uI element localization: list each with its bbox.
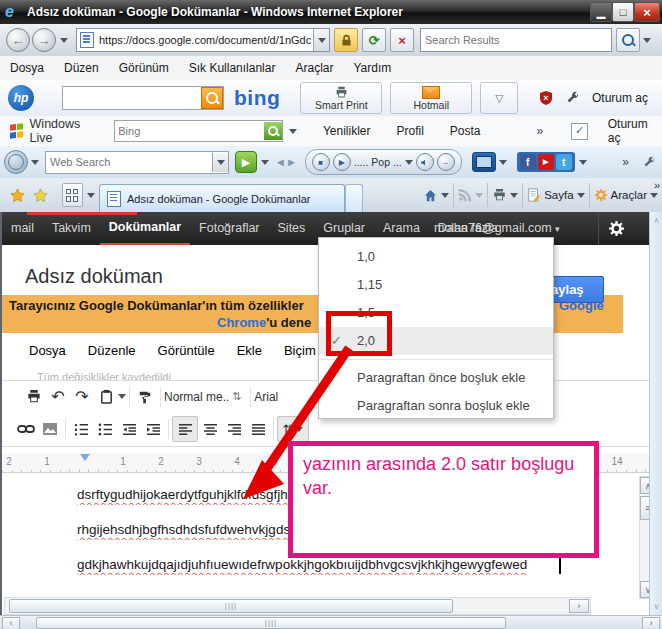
window-scroll-left-icon[interactable]: ‹ (2, 617, 20, 629)
paste-caret[interactable] (118, 394, 126, 399)
google-nav-item[interactable]: Sites (269, 213, 315, 244)
quick-tabs-icon[interactable] (62, 183, 83, 207)
live-search-caret[interactable] (289, 129, 297, 134)
align-center-icon[interactable] (198, 417, 222, 441)
tv-icon[interactable] (472, 152, 496, 172)
window-horizontal-scroll-thumb[interactable]: |||| (36, 617, 506, 629)
twitter-icon[interactable]: t (556, 154, 572, 170)
spacing-option[interactable]: 1,15 (319, 271, 553, 299)
live-overflow-chevron[interactable]: » (537, 124, 544, 138)
decrease-indent-icon[interactable] (117, 417, 141, 441)
refresh-button[interactable]: ⟳ (362, 28, 386, 52)
tab-new[interactable] (345, 184, 363, 212)
google-nav-item[interactable]: Dokümanlar (100, 212, 190, 246)
space-before-option[interactable]: Paragraftan önce boşluk ekle (319, 364, 553, 392)
social-caret[interactable] (579, 160, 587, 165)
editor-horizontal-scrollbar[interactable]: |||| › (4, 597, 591, 615)
youtube-icon[interactable]: ▶ (538, 154, 554, 170)
align-right-icon[interactable] (222, 417, 246, 441)
search-options-caret[interactable] (643, 38, 651, 43)
close-button[interactable]: × (634, 2, 660, 22)
recent-pages-caret[interactable] (60, 38, 68, 43)
smart-print-button[interactable]: Smart Print (300, 82, 382, 114)
hp-sign-in-link[interactable]: Oturum aç (592, 91, 648, 105)
favorites-star-icon[interactable] (6, 183, 29, 207)
live-link[interactable]: Profil (397, 124, 424, 138)
menu-item[interactable]: Yardım (343, 61, 401, 75)
align-left-icon[interactable] (172, 416, 198, 442)
menu-item[interactable]: Dosya (0, 61, 54, 75)
google-settings-gear-icon[interactable] (598, 212, 633, 245)
paste-icon[interactable] (94, 385, 118, 409)
menu-item[interactable]: Görünüm (109, 61, 179, 75)
media-stop-button[interactable]: ■ (312, 153, 330, 171)
search-icon[interactable] (616, 28, 640, 52)
docs-menu-item[interactable]: Dosya (18, 343, 77, 358)
hotmail-button[interactable]: Hotmail (390, 82, 472, 114)
live-search-input[interactable] (115, 124, 264, 138)
forward-button[interactable]: → (32, 28, 56, 52)
toolbar-splitter[interactable]: ◄► (275, 156, 297, 168)
google-nav-item[interactable]: Fotoğraflar (190, 213, 268, 244)
playlist-label[interactable]: ..... Pop ... (354, 156, 402, 168)
globe-caret[interactable] (31, 160, 39, 165)
address-dropdown-button[interactable] (313, 29, 329, 51)
tab-list-caret[interactable] (87, 193, 95, 198)
indent-marker-icon[interactable] (80, 454, 90, 461)
live-link[interactable]: Posta (450, 124, 481, 138)
volume-button[interactable] (416, 153, 434, 171)
security-shield-icon[interactable]: × (538, 90, 554, 106)
bing-logo[interactable]: bing (234, 86, 280, 110)
tools-menu-button[interactable]: Araçlar (594, 188, 658, 202)
search-input[interactable] (421, 33, 611, 47)
page-menu-button[interactable]: Sayfa (527, 188, 584, 202)
numbered-list-icon[interactable] (69, 417, 93, 441)
document-title[interactable]: Adsız doküman (25, 265, 163, 288)
docs-menu-item[interactable]: Ekle (226, 343, 273, 358)
stop-button[interactable]: × (390, 28, 414, 52)
hp-more-button[interactable]: ▽ (480, 82, 518, 114)
lock-icon[interactable] (334, 28, 358, 52)
spacing-option[interactable]: 1,0 (319, 243, 553, 271)
window-vertical-scrollbar[interactable]: ∧ ∨ (649, 212, 662, 615)
live-link[interactable]: Yenilikler (323, 124, 371, 138)
font-select[interactable]: Arial (254, 390, 278, 404)
menu-item[interactable]: Araçlar (285, 61, 343, 75)
web-search-input[interactable] (46, 155, 212, 169)
print-icon[interactable] (22, 385, 46, 409)
window-scroll-up-icon[interactable]: ∧ (650, 216, 662, 225)
live-checkbox-icon[interactable]: ✓ (571, 123, 588, 140)
docs-menu-item[interactable]: Görüntüle (147, 343, 226, 358)
print-button[interactable] (492, 188, 518, 202)
tab-active[interactable]: Adsız doküman - Google Dokümanlar (99, 184, 345, 212)
hp-logo[interactable]: hp (8, 85, 34, 111)
menu-item[interactable]: Sık Kullanılanlar (179, 61, 286, 75)
insert-link-icon[interactable] (14, 417, 38, 441)
globe-icon[interactable] (4, 150, 28, 174)
google-nav-item[interactable]: Takvim (43, 213, 100, 244)
media-play-button[interactable]: ▶ (333, 153, 351, 171)
line-spacing-icon[interactable]: ⇅ (277, 416, 309, 442)
docs-menu-item[interactable]: Düzenle (77, 343, 147, 358)
media-wrench-icon[interactable] (643, 156, 656, 169)
go-button[interactable]: ▶ (235, 151, 257, 173)
minimize-button[interactable]: ▁ (590, 2, 612, 22)
tv-caret[interactable] (499, 160, 507, 165)
home-button[interactable] (423, 188, 449, 203)
tabbar-overflow-chevron[interactable]: » (654, 179, 660, 191)
media-overflow-chevron[interactable]: » (622, 155, 629, 169)
web-search-dropdown[interactable] (212, 153, 228, 172)
playlist-caret[interactable] (405, 160, 413, 165)
window-scroll-down-icon[interactable]: ∨ (650, 602, 662, 611)
facebook-icon[interactable]: f (520, 154, 536, 170)
go-caret[interactable] (261, 160, 269, 165)
justify-icon[interactable] (246, 417, 270, 441)
notice-chrome-link[interactable]: Chrome (217, 315, 266, 330)
menu-item[interactable]: Düzen (54, 61, 109, 75)
horizontal-scroll-thumb[interactable]: |||| (9, 599, 453, 613)
feeds-button[interactable] (458, 188, 483, 202)
space-after-option[interactable]: Paragraftan sonra boşluk ekle (319, 392, 553, 420)
insert-image-icon[interactable] (38, 417, 62, 441)
volume-down-button[interactable]: – (437, 153, 455, 171)
bullet-list-icon[interactable] (93, 417, 117, 441)
